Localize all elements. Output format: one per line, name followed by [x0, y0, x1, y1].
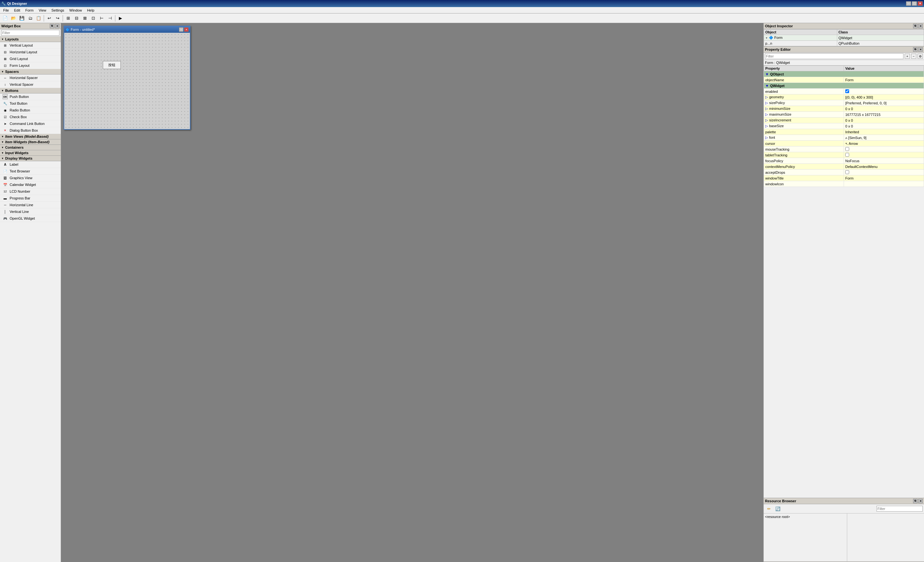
pe-row-cursor[interactable]: cursor ↖ Arrow — [764, 141, 924, 147]
widget-tool-button[interactable]: 🔧 Tool Button — [0, 100, 61, 107]
pe-val-palette[interactable]: Inherited — [844, 129, 924, 135]
pe-row-basesize[interactable]: ▷baseSize 0 x 0 — [764, 123, 924, 129]
widget-progress-bar[interactable]: ▬ Progress Bar — [0, 195, 61, 202]
pe-row-contextmenupolicy[interactable]: contextMenuPolicy DefaultContextMenu — [764, 164, 924, 169]
pe-row-windowicon[interactable]: windowIcon — [764, 181, 924, 187]
pe-row-windowtitle[interactable]: windowTitle Form — [764, 175, 924, 181]
rb-float-btn[interactable]: ⧉ — [913, 499, 918, 503]
toolbar-preview[interactable]: ▶ — [117, 15, 124, 22]
category-buttons[interactable]: Buttons — [0, 88, 61, 93]
widget-horizontal-layout[interactable]: ⊟ Horizontal Layout — [0, 49, 61, 55]
pe-float-btn[interactable]: ⧉ — [913, 47, 918, 52]
pe-row-minsize[interactable]: ▷minimumSize 0 x 0 — [764, 106, 924, 112]
widget-push-button[interactable]: OK Push Button — [0, 93, 61, 100]
pe-val-minsize[interactable]: 0 x 0 — [844, 106, 924, 112]
toolbar-undo[interactable]: ↩ — [45, 15, 53, 22]
widget-check-box[interactable]: ☑ Check Box — [0, 114, 61, 120]
pe-row-tablettracking[interactable]: tabletTracking — [764, 152, 924, 158]
pe-val-maxsize[interactable]: 16777215 x 16777215 — [844, 112, 924, 118]
pe-val-windowicon[interactable] — [844, 181, 924, 187]
pe-row-focuspolicy[interactable]: focusPolicy NoFocus — [764, 158, 924, 164]
pe-val-font[interactable]: A [SimSun, 9] — [844, 135, 924, 141]
widget-graphics-view[interactable]: 🖼 Graphics View — [0, 175, 61, 181]
pe-row-palette[interactable]: palette Inherited — [764, 129, 924, 135]
menu-edit[interactable]: Edit — [12, 7, 23, 13]
toolbar-btn12[interactable]: ⊢ — [98, 15, 105, 22]
widget-dialog-button-box[interactable]: ✕ Dialog Button Box — [0, 127, 61, 134]
pe-close-btn[interactable]: ✕ — [918, 47, 923, 52]
widget-form-layout[interactable]: ⊡ Form Layout — [0, 62, 61, 69]
close-button[interactable]: ✕ — [918, 1, 923, 6]
widget-horizontal-line[interactable]: ─ Horizontal Line — [0, 202, 61, 208]
pe-val-geometry[interactable]: [(0, 0), 400 x 300] — [844, 94, 924, 100]
widget-horizontal-spacer[interactable]: ↔ Horizontal Spacer — [0, 75, 61, 81]
widget-radio-button[interactable]: ◉ Radio Button — [0, 107, 61, 114]
pe-row-geometry[interactable]: ▷geometry [(0, 0), 400 x 300] — [764, 94, 924, 100]
toolbar-save-all[interactable]: 🗂 — [26, 15, 34, 22]
toolbar-tab-order[interactable]: ⊠ — [81, 15, 88, 22]
toolbar-save[interactable]: 💾 — [18, 15, 26, 22]
toolbar-buddy-mode[interactable]: ⊡ — [89, 15, 97, 22]
oi-float-btn[interactable]: ⧉ — [913, 24, 918, 28]
rb-refresh-btn[interactable]: 🔄 — [774, 505, 782, 513]
toolbar-widget-mode[interactable]: ⊞ — [64, 15, 72, 22]
widget-vertical-layout[interactable]: ⊞ Vertical Layout — [0, 42, 61, 49]
toolbar-btn13[interactable]: ⊣ — [106, 15, 114, 22]
widget-lcd-number[interactable]: 12 LCD Number — [0, 188, 61, 195]
pe-row-font[interactable]: ▷font A [SimSun, 9] — [764, 135, 924, 141]
toolbar-open[interactable]: 📂 — [10, 15, 17, 22]
pe-val-acceptdrops[interactable] — [844, 169, 924, 175]
category-item-views[interactable]: Item Views (Model-Based) — [0, 134, 61, 139]
menu-form[interactable]: Form — [23, 7, 36, 13]
toolbar-new[interactable]: 📄 — [1, 15, 9, 22]
pe-val-sizepolicy[interactable]: [Preferred, Preferred, 0, 0] — [844, 100, 924, 106]
widget-box-float-btn[interactable]: ⧉ — [50, 24, 54, 28]
widget-text-browser[interactable]: 📄 Text Browser — [0, 168, 61, 175]
rb-close-btn[interactable]: ✕ — [918, 499, 923, 503]
form-close-btn[interactable]: ✕ — [184, 27, 189, 32]
minimize-button[interactable]: ─ — [906, 1, 911, 6]
pe-row-mousetracking[interactable]: mouseTracking — [764, 147, 924, 152]
pe-val-tablettracking[interactable] — [844, 152, 924, 158]
menu-view[interactable]: View — [36, 7, 49, 13]
widget-calendar[interactable]: 📅 Calendar Widget — [0, 181, 61, 188]
toolbar-connect-mode[interactable]: ⊟ — [73, 15, 80, 22]
form-canvas[interactable]: 按钮 — [64, 33, 190, 129]
rb-edit-btn[interactable]: ✏ — [765, 505, 772, 513]
maximize-button[interactable]: □ — [912, 1, 917, 6]
pe-filter-input[interactable] — [765, 53, 903, 59]
category-spacers[interactable]: Spacers — [0, 69, 61, 75]
form-minimize-btn[interactable]: ─ — [179, 27, 183, 32]
pe-val-basesize[interactable]: 0 x 0 — [844, 123, 924, 129]
widget-filter-input[interactable] — [1, 30, 59, 36]
pe-settings-btn[interactable]: ⚙ — [918, 54, 923, 59]
category-layouts[interactable]: Layouts — [0, 37, 61, 42]
pe-row-maxsize[interactable]: ▷maximumSize 16777215 x 16777215 — [764, 112, 924, 118]
widget-label[interactable]: A Label — [0, 161, 61, 168]
pe-val-contextmenupolicy[interactable]: DefaultContextMenu — [844, 164, 924, 169]
menu-window[interactable]: Window — [67, 7, 84, 13]
form-push-button[interactable]: 按钮 — [103, 61, 121, 69]
pe-row-sizeincrement[interactable]: ▷sizeIncrement 0 x 0 — [764, 118, 924, 123]
pe-row-sizepolicy[interactable]: ▷sizePolicy [Preferred, Preferred, 0, 0] — [764, 100, 924, 106]
menu-help[interactable]: Help — [84, 7, 97, 13]
pe-val-focuspolicy[interactable]: NoFocus — [844, 158, 924, 164]
oi-close-btn[interactable]: ✕ — [918, 24, 923, 28]
rb-root-item[interactable]: <resource root> — [765, 515, 790, 519]
pe-add-btn[interactable]: + — [905, 54, 910, 59]
pe-enabled-checkbox[interactable] — [845, 89, 849, 93]
rb-filter-input[interactable] — [876, 506, 923, 512]
category-item-widgets[interactable]: Item Widgets (Item-Based) — [0, 139, 61, 145]
pe-val-windowtitle[interactable]: Form — [844, 175, 924, 181]
widget-command-link-button[interactable]: ➤ Command Link Button — [0, 120, 61, 127]
toolbar-btn5[interactable]: 📋 — [35, 15, 42, 22]
category-containers[interactable]: Containers — [0, 145, 61, 150]
pe-remove-btn[interactable]: − — [911, 54, 916, 59]
widget-opengl[interactable]: 🎮 OpenGL Widget — [0, 215, 61, 222]
pe-row-objectname[interactable]: objectName Form — [764, 77, 924, 83]
menu-file[interactable]: File — [1, 7, 12, 13]
widget-box-close-btn[interactable]: ✕ — [55, 24, 59, 28]
pe-val-cursor[interactable]: ↖ Arrow — [844, 141, 924, 147]
category-display-widgets[interactable]: Display Widgets — [0, 156, 61, 161]
pe-val-objectname[interactable]: Form — [844, 77, 924, 83]
